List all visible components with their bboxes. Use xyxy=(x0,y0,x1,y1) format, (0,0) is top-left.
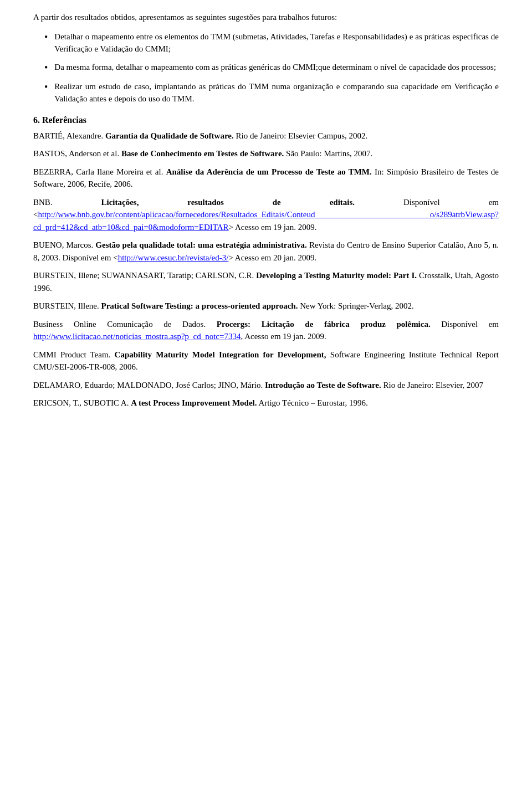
ref-bnb-bold: Licitações, resultados de editais. xyxy=(101,198,355,207)
bullet-item-1-text: Detalhar o mapeamento entre os elementos… xyxy=(54,30,499,55)
section-number: 6. xyxy=(33,115,42,125)
ref-ericson-bold: A test Process Improvement Model. xyxy=(131,398,257,407)
ref-bezerra-before: BEZERRA, Carla Ilane Moreira et al. xyxy=(33,167,166,176)
ref-burstein2-bold: Pratical Software Testing: a process-ori… xyxy=(101,301,298,310)
bullet-item-1: Detalhar o mapeamento entre os elementos… xyxy=(33,30,499,55)
ref-bueno-bold: Gestão pela qualidade total: uma estraté… xyxy=(95,240,307,249)
ref-delamaro-bold: Introdução ao Teste de Software. xyxy=(265,381,381,390)
ref-bueno-end: > Acesso em 20 jan. 2009. xyxy=(228,253,316,262)
bullet-item-2: Da mesma forma, detalhar o mapeamento co… xyxy=(33,61,499,75)
ref-ericson-before: ERICSON, T., SUBOTIC A. xyxy=(33,398,131,407)
ref-delamaro-before: DELAMARO, Eduardo; MALDONADO, José Carlo… xyxy=(33,381,265,390)
ref-business-before: Business Online Comunicação de Dados. xyxy=(33,320,217,329)
intro-paragraph: A partir dos resultados obtidos, apresen… xyxy=(33,11,499,24)
bullet-list: Detalhar o mapeamento entre os elementos… xyxy=(33,30,499,105)
ref-burstein1-bold: Developing a Testing Maturity model: Par… xyxy=(256,271,417,280)
ref-business-end: , Acesso em 19 jan. 2009. xyxy=(241,332,326,341)
ref-bnb-before: BNB. xyxy=(33,198,101,207)
ref-bartie: BARTIÉ, Alexandre. Garantia da Qualidade… xyxy=(33,130,499,142)
ref-bastos: BASTOS, Anderson et al. Base de Conhecim… xyxy=(33,147,499,160)
ref-delamaro: DELAMARO, Eduardo; MALDONADO, José Carlo… xyxy=(33,379,499,392)
ref-cmmi-before: CMMI Product Team. xyxy=(33,350,115,359)
ref-bueno: BUENO, Marcos. Gestão pela qualidade tot… xyxy=(33,239,499,264)
ref-burstein2: BURSTEIN, Illene. Pratical Software Test… xyxy=(33,300,499,313)
bullet-item-3: Realizar um estudo de caso, implantando … xyxy=(33,80,499,105)
ref-bezerra: BEZERRA, Carla Ilane Moreira et al. Anál… xyxy=(33,166,499,191)
ref-delamaro-after: Rio de Janeiro: Elsevier, 2007 xyxy=(381,381,483,390)
bullet-item-3-text: Realizar um estudo de caso, implantando … xyxy=(54,80,499,105)
ref-bastos-after: São Paulo: Martins, 2007. xyxy=(284,149,372,158)
ref-burstein1-before: BURSTEIN, Illene; SUWANNASART, Taratip; … xyxy=(33,271,256,280)
ref-bastos-bold: Base de Conhecimento em Testes de Softwa… xyxy=(121,149,284,158)
ref-ericson: ERICSON, T., SUBOTIC A. A test Process I… xyxy=(33,397,499,409)
ref-bueno-link[interactable]: http://www.cesuc.br/revista/ed-3/ xyxy=(118,253,229,262)
bullet-item-2-text: Da mesma forma, detalhar o mapeamento co… xyxy=(54,61,496,74)
ref-bartie-bold: Garantia da Qualidade de Software. xyxy=(105,131,234,140)
ref-business: Business Online Comunicação de Dados. Pr… xyxy=(33,318,499,343)
ref-burstein1: BURSTEIN, Illene; SUWANNASART, Taratip; … xyxy=(33,269,499,294)
section-title: Referências xyxy=(42,115,86,125)
ref-cmmi-bold: Capability Maturity Model Integration fo… xyxy=(115,350,326,359)
main-content: A partir dos resultados obtidos, apresen… xyxy=(33,11,499,409)
ref-business-middle: Disponível em xyxy=(431,320,499,329)
ref-bartie-after: Rio de Janeiro: Elsevier Campus, 2002. xyxy=(234,131,368,140)
ref-ericson-after: Artigo Técnico – Eurostar, 1996. xyxy=(257,398,367,407)
ref-bnb: BNB. Licitações, resultados de editais. … xyxy=(33,196,499,234)
ref-bartie-before: BARTIÉ, Alexandre. xyxy=(33,131,105,140)
ref-business-link[interactable]: http://www.licitacao.net/noticias_mostra… xyxy=(33,332,241,341)
ref-bnb-end: > Acesso em 19 jan. 2009. xyxy=(229,223,317,232)
ref-cmmi: CMMI Product Team. Capability Maturity M… xyxy=(33,349,499,373)
ref-bueno-before: BUENO, Marcos. xyxy=(33,240,95,249)
section-heading: 6. Referências xyxy=(33,115,499,125)
ref-burstein2-before: BURSTEIN, Illene. xyxy=(33,301,101,310)
ref-bezerra-bold: Análise da Aderência de um Processo de T… xyxy=(166,167,372,176)
ref-bastos-before: BASTOS, Anderson et al. xyxy=(33,149,121,158)
ref-burstein2-after: New York: Springer-Verlag, 2002. xyxy=(298,301,413,310)
ref-business-bold: Procergs: Licitação de fábrica produz po… xyxy=(217,320,431,329)
